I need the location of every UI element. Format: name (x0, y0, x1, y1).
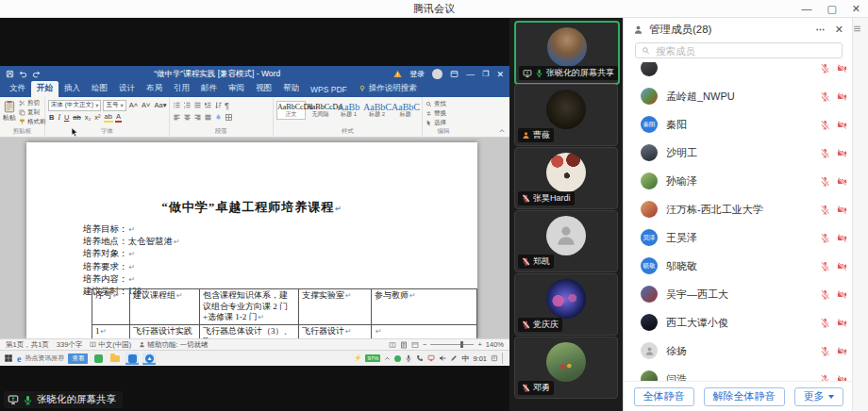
grow-font-button[interactable]: A˄ (128, 101, 139, 109)
copy-button[interactable]: 复制 (19, 108, 46, 117)
format-painter-button[interactable]: 格式刷 (19, 118, 46, 126)
member-row-吴宇—西工大[interactable]: 吴宇—西工大 (624, 280, 853, 308)
hamburger-menu-icon[interactable] (853, 25, 861, 33)
member-camera-off-icon[interactable] (837, 233, 847, 243)
member-row-汪万栋-西北工业大学[interactable]: 汪万栋-西北工业大学 (624, 195, 853, 223)
pilcrow-icon[interactable]: ¶ (225, 101, 229, 110)
word-account-label[interactable]: 登录 (409, 69, 425, 79)
members-list[interactable]: 孟岭超_NWPU 秦阳秦阳 沙明工 孙瑜泽 汪万栋-西北工业大学 昊泽王昊泽 晓… (624, 62, 853, 382)
font-color-button[interactable]: A (115, 112, 122, 123)
member-row[interactable] (624, 62, 853, 82)
member-mic-muted-icon[interactable] (820, 120, 830, 130)
style-chip-标题 2[interactable]: AaBbC标题 2 (363, 102, 391, 119)
sort-icon[interactable] (214, 101, 223, 109)
member-mic-muted-icon[interactable] (820, 346, 830, 356)
style-chip-标题[interactable]: AaBbC标题 (392, 102, 419, 119)
member-camera-off-icon[interactable] (837, 148, 847, 158)
word-tab-WPS PDF[interactable]: WPS PDF (305, 83, 353, 97)
bold-button[interactable]: B (48, 113, 55, 122)
tray-speaker-muted-icon[interactable] (439, 354, 446, 362)
tell-me-search[interactable]: 操作说明搜索 (353, 81, 423, 97)
member-row-王昊泽[interactable]: 昊泽王昊泽 (624, 223, 853, 252)
meeting-app-icon[interactable]: ▲ (142, 353, 156, 365)
redo-icon[interactable] (32, 70, 41, 78)
member-search-input[interactable] (654, 44, 836, 58)
align-left-icon[interactable] (173, 113, 181, 122)
word-tab-开始[interactable]: 开始 (31, 81, 58, 97)
web-layout-icon[interactable] (411, 341, 419, 349)
zoom-out-button[interactable]: − (423, 340, 426, 349)
member-camera-off-icon[interactable] (837, 205, 847, 215)
video-tile-党庆庆[interactable]: 党庆庆 (514, 273, 618, 336)
tray-mic-icon[interactable] (405, 354, 412, 362)
close-icon[interactable]: ✕ (852, 0, 860, 17)
show-desktop-button[interactable] (502, 353, 506, 364)
zoom-level[interactable]: 140% (486, 340, 504, 349)
member-camera-off-icon[interactable] (837, 120, 847, 130)
numbered-list-icon[interactable] (183, 101, 192, 109)
italic-button[interactable]: I (57, 113, 61, 122)
taskbar-widget-button[interactable]: 查看 (68, 353, 88, 364)
taskbar-widget-text[interactable]: 热点资讯推荐 (25, 353, 64, 363)
edge-icon[interactable]: e (17, 353, 21, 364)
member-camera-off-icon[interactable] (837, 289, 847, 300)
superscript-button[interactable]: x² (93, 113, 101, 122)
word-tab-引用[interactable]: 引用 (168, 81, 195, 97)
video-tile-曹薇[interactable]: 曹薇 (514, 84, 618, 146)
video-tile-邓勇[interactable]: 邓勇 (514, 337, 618, 399)
zoom-slider-knob[interactable] (460, 341, 463, 348)
member-mic-muted-icon[interactable] (820, 233, 830, 243)
member-mic-muted-icon[interactable] (820, 176, 830, 187)
member-row-西工大谭小俊[interactable]: 西工大谭小俊 (624, 308, 853, 337)
ribbon-display-options-icon[interactable] (450, 70, 459, 78)
member-mic-muted-icon[interactable] (820, 205, 830, 215)
member-camera-off-icon[interactable] (837, 261, 847, 271)
panel-close-icon[interactable]: ✕ (835, 24, 843, 36)
member-mic-muted-icon[interactable] (820, 261, 830, 271)
paste-button[interactable]: 粘贴 (3, 99, 16, 126)
shrink-font-button[interactable]: A˅ (141, 101, 151, 109)
video-tile-郑凯[interactable]: 郑凯 (514, 210, 618, 272)
explorer-folder-icon[interactable] (108, 353, 122, 365)
video-tile-张昊Hardi[interactable]: 张昊Hardi (514, 147, 618, 209)
minimize-icon[interactable]: — (801, 0, 811, 17)
document-page[interactable]: “做中学”卓越工程师培养课程↵ 培养目标：↵培养地点：太仓智慧港↵培养对象：↵培… (26, 142, 477, 338)
collapse-ribbon-icon[interactable] (498, 127, 506, 135)
battery-indicator[interactable]: 97% (365, 354, 380, 362)
style-chip-标题 1[interactable]: AaBb标题 1 (335, 102, 362, 119)
read-mode-icon[interactable] (389, 341, 396, 349)
member-search-box[interactable] (635, 42, 843, 58)
align-right-icon[interactable] (193, 113, 202, 122)
member-camera-off-icon[interactable] (837, 63, 847, 74)
style-chip-无间隔[interactable]: AaBbCcDd无间隔 (307, 102, 334, 119)
member-camera-off-icon[interactable] (837, 318, 847, 328)
word-close-icon[interactable]: ✕ (496, 70, 504, 79)
font-size-select[interactable]: 五号▾ (103, 100, 125, 111)
member-row-孙瑜泽[interactable]: 孙瑜泽 (624, 167, 853, 195)
zoom-in-button[interactable]: + (477, 340, 481, 349)
highlight-color-button[interactable]: ab (104, 112, 113, 123)
word-tab-布局[interactable]: 布局 (141, 81, 168, 97)
strikethrough-button[interactable]: ab (72, 113, 81, 122)
select-button[interactable]: 选择 (426, 119, 461, 127)
account-avatar[interactable] (432, 69, 442, 79)
member-mic-muted-icon[interactable] (820, 289, 830, 300)
mute-all-button[interactable]: 全体静音 (634, 387, 694, 406)
indent-icon[interactable] (204, 101, 212, 109)
save-icon[interactable] (6, 70, 14, 78)
blue-app-icon[interactable] (125, 353, 139, 365)
green-dot-tray-icon[interactable] (394, 355, 401, 362)
justify-icon[interactable] (204, 113, 212, 122)
word-tab-文件[interactable]: 文件 (4, 81, 31, 97)
member-mic-muted-icon[interactable] (820, 91, 830, 102)
zoom-slider[interactable] (430, 344, 474, 345)
cut-button[interactable]: 剪切 (19, 99, 46, 107)
word-tab-视图[interactable]: 视图 (250, 81, 277, 97)
taskbar-clock[interactable]: 9:01 (473, 354, 487, 363)
word-tab-帮助[interactable]: 帮助 (277, 81, 305, 97)
tray-pen-icon[interactable] (450, 354, 458, 362)
shading-icon[interactable] (214, 113, 223, 122)
maximize-icon[interactable]: ▢ (826, 0, 836, 17)
subscript-button[interactable]: x₂ (84, 113, 92, 122)
font-name-select[interactable]: 宋体 (中文正文)▾ (48, 100, 101, 111)
